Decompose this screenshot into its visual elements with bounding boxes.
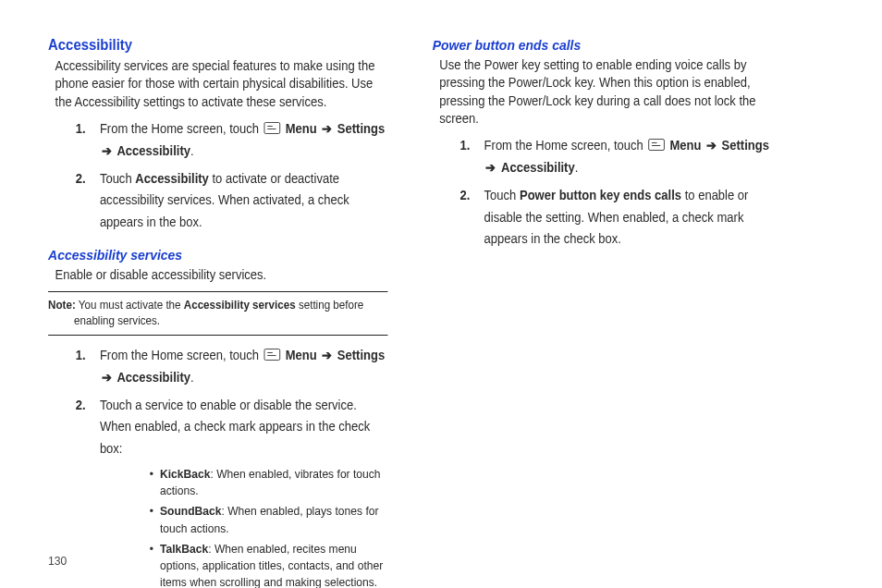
arrow-icon: ➔	[704, 138, 718, 153]
step-item: From the Home screen, touch Menu ➔ Setti…	[433, 135, 772, 179]
note-label: Note:	[48, 299, 76, 312]
bullet-name: TalkBack	[160, 542, 208, 556]
step-text: From the Home screen, touch	[484, 138, 643, 153]
period: .	[190, 370, 194, 385]
step-text: Touch	[484, 188, 517, 202]
menu-icon	[264, 349, 281, 361]
note-bold: Accessibility services	[184, 299, 296, 312]
arrow-icon: ➔	[320, 348, 334, 362]
label-accessibility: Accessibility	[116, 370, 190, 385]
label-accessibility: Accessibility	[116, 143, 190, 158]
arrow-icon: ➔	[320, 121, 334, 136]
label-settings: Settings	[722, 138, 769, 153]
heading-accessibility-services: Accessibility services	[48, 247, 387, 263]
intro-paragraph: Accessibility services are special featu…	[55, 57, 388, 111]
note-box: Note: You must activate the Accessibilit…	[48, 291, 387, 336]
step-item: From the Home screen, touch Menu ➔ Setti…	[48, 345, 387, 389]
two-column-layout: Accessibility Accessibility services are…	[48, 37, 772, 588]
label-power-button: Power button key ends calls	[520, 188, 681, 202]
heading-accessibility: Accessibility	[48, 37, 387, 54]
label-accessibility: Accessibility	[501, 160, 575, 175]
menu-icon	[648, 139, 665, 151]
left-column: Accessibility Accessibility services are…	[48, 37, 387, 588]
label-accessibility: Accessibility	[135, 171, 209, 186]
step-item: Touch a service to enable or disable the…	[48, 395, 387, 588]
steps-list: From the Home screen, touch Menu ➔ Setti…	[48, 118, 387, 234]
label-menu: Menu	[286, 348, 317, 362]
list-item: SoundBack: When enabled, plays tones for…	[100, 503, 388, 536]
bullets-list: KickBack: When enabled, vibrates for tou…	[100, 466, 388, 588]
label-settings: Settings	[337, 348, 385, 362]
arrow-icon: ➔	[484, 160, 498, 175]
right-column: Power button ends calls Use the Power ke…	[433, 37, 772, 588]
steps-list: From the Home screen, touch Menu ➔ Setti…	[433, 135, 772, 251]
period: .	[575, 160, 579, 175]
menu-icon	[264, 122, 281, 134]
period: .	[190, 143, 194, 158]
arrow-icon: ➔	[100, 370, 114, 385]
arrow-icon: ➔	[100, 143, 114, 158]
step-text: Touch a service to enable or disable the…	[100, 398, 370, 457]
step-item: Touch Power button key ends calls to ena…	[433, 185, 772, 251]
step-item: Touch Accessibility to activate or deact…	[48, 168, 387, 234]
step-text: From the Home screen, touch	[100, 121, 259, 136]
step-text: From the Home screen, touch	[100, 348, 259, 362]
list-item: KickBack: When enabled, vibrates for tou…	[100, 466, 388, 499]
label-settings: Settings	[337, 121, 385, 136]
note-body: You must activate the	[79, 299, 181, 312]
label-menu: Menu	[669, 138, 701, 153]
bullet-name: SoundBack	[160, 504, 222, 518]
services-intro: Enable or disable accessibility services…	[55, 266, 388, 284]
intro-paragraph: Use the Power key setting to enable endi…	[439, 56, 772, 128]
document-page: Accessibility Accessibility services are…	[0, 0, 820, 588]
bullet-name: KickBack	[160, 467, 210, 481]
label-menu: Menu	[286, 121, 317, 136]
list-item: TalkBack: When enabled, recites menu opt…	[100, 541, 388, 588]
note-text: Note: You must activate the Accessibilit…	[48, 298, 387, 329]
page-number: 130	[48, 554, 67, 568]
step-text: Touch	[100, 171, 132, 186]
step-item: From the Home screen, touch Menu ➔ Setti…	[48, 118, 387, 163]
steps-list: From the Home screen, touch Menu ➔ Setti…	[48, 345, 387, 588]
heading-power-button: Power button ends calls	[433, 37, 772, 53]
